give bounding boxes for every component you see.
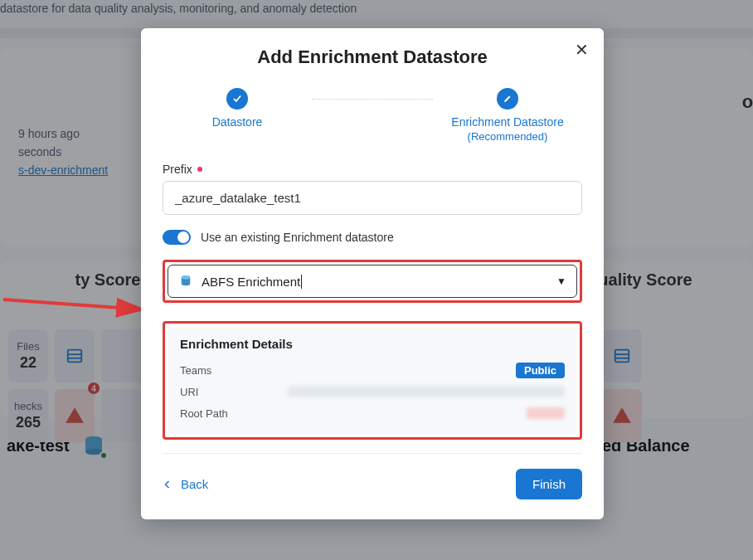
use-existing-toggle[interactable]: [163, 230, 191, 245]
chevron-left-icon: [163, 479, 172, 490]
dropdown-highlight-box: ABFS Enrichment ▼: [163, 260, 582, 303]
enrichment-details-panel: Enrichment Details Teams Public URI Root…: [168, 327, 576, 434]
svg-point-12: [182, 275, 191, 280]
details-teams-label: Teams: [180, 364, 211, 377]
step-enrichment-datastore[interactable]: Enrichment Datastore (Recommended): [433, 88, 582, 144]
enrichment-details-title: Enrichment Details: [180, 337, 565, 351]
required-dot-icon: [197, 167, 202, 172]
dropdown-selected-value: ABFS Enrichment: [202, 275, 302, 289]
back-button[interactable]: Back: [163, 477, 208, 491]
close-button[interactable]: ✕: [575, 40, 589, 60]
modal-title: Add Enrichment Datastore: [163, 46, 582, 68]
chevron-down-icon: ▼: [556, 275, 566, 287]
modal-stepper: Datastore Enrichment Datastore (Recommen…: [163, 88, 582, 144]
step-line: [312, 99, 433, 100]
enrichment-datastore-dropdown[interactable]: ABFS Enrichment ▼: [168, 265, 577, 298]
public-badge: Public: [516, 363, 565, 378]
divider: [163, 453, 582, 454]
redacted-rootpath-value: [527, 407, 565, 419]
database-icon: [178, 274, 193, 289]
check-circle-icon: [226, 88, 248, 110]
step-datastore[interactable]: Datastore: [163, 88, 312, 129]
prefix-input[interactable]: [163, 181, 582, 215]
pencil-circle-icon: [497, 88, 518, 110]
prefix-label: Prefix: [163, 163, 582, 176]
finish-button[interactable]: Finish: [516, 469, 582, 499]
use-existing-label: Use an existing Enrichment datastore: [201, 231, 394, 244]
details-rootpath-label: Root Path: [180, 407, 228, 420]
redacted-uri-value: [288, 386, 565, 397]
details-uri-label: URI: [180, 386, 198, 398]
add-enrichment-datastore-modal: ✕ Add Enrichment Datastore Datastore Enr…: [141, 28, 604, 519]
details-highlight-box: Enrichment Details Teams Public URI Root…: [163, 321, 582, 440]
